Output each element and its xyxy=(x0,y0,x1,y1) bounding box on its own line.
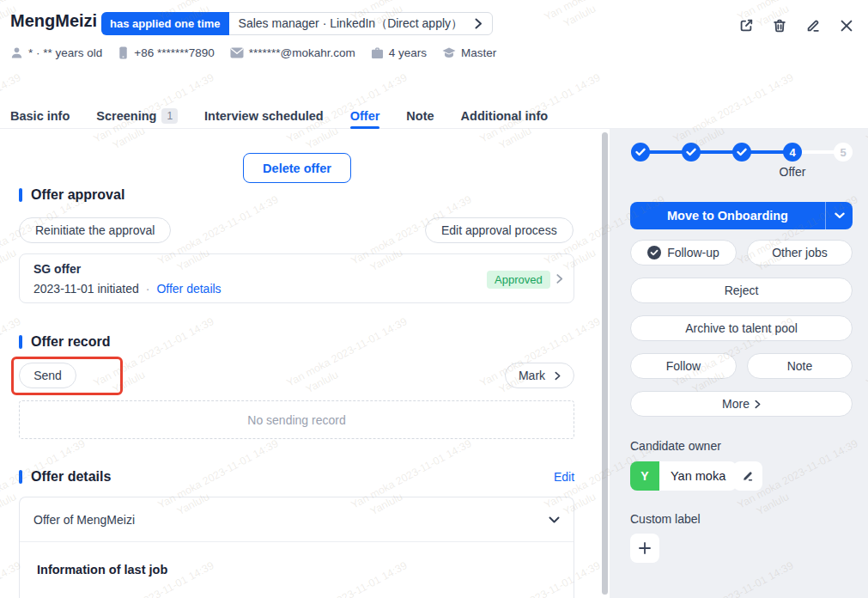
scrollbar[interactable] xyxy=(602,132,608,595)
candidate-detail-page: MengMeizi has applied one time Sales man… xyxy=(0,0,868,598)
check-circle-icon xyxy=(647,246,661,259)
experience-item: 4 years xyxy=(371,46,427,59)
offer-record-heading: Offer record xyxy=(19,334,110,350)
tab-screening[interactable]: Screening1 xyxy=(96,103,178,129)
move-to-onboarding-button[interactable]: Move to Onboarding xyxy=(630,202,853,229)
dot-separator: · xyxy=(146,282,150,296)
age-item: * · ** years old xyxy=(10,46,102,59)
header-actions xyxy=(738,18,854,34)
mark-button[interactable]: Mark xyxy=(505,363,574,388)
initiated-date: 2023-11-01 initiated xyxy=(33,282,139,296)
section-accent-bar xyxy=(19,470,22,484)
current-step-label: Offer xyxy=(767,165,818,179)
share-icon[interactable] xyxy=(738,18,754,34)
applied-count-badge: has applied one time xyxy=(101,12,229,35)
approved-status-badge: Approved xyxy=(487,271,550,289)
chevron-right-icon xyxy=(556,273,563,284)
email-item: *******@mokahr.com xyxy=(230,46,355,59)
check-icon xyxy=(635,148,646,156)
chevron-down-icon xyxy=(549,516,560,523)
header: MengMeizi has applied one time Sales man… xyxy=(0,0,868,129)
offer-tab-content: Delete offer Offer approval Reinitiate t… xyxy=(0,129,610,598)
step-3-done[interactable] xyxy=(732,143,751,162)
application-source-box[interactable]: has applied one time Sales manager · Lin… xyxy=(101,12,493,35)
chevron-right-icon xyxy=(555,371,561,381)
approval-card-meta: 2023-11-01 initiated · Offer details xyxy=(33,282,222,296)
archive-to-talent-pool-button[interactable]: Archive to talent pool xyxy=(630,315,853,341)
step-4-current[interactable]: 4 xyxy=(783,143,802,162)
add-label-button[interactable] xyxy=(630,534,659,563)
step-5-upcoming[interactable]: 5 xyxy=(834,143,853,162)
candidate-owner-label: Candidate owner xyxy=(630,439,721,453)
offer-details-heading: Offer details xyxy=(19,469,111,485)
close-icon[interactable] xyxy=(839,18,854,34)
last-job-section-title: Information of last job xyxy=(20,542,574,577)
phone-item: +86 *******7890 xyxy=(118,46,214,59)
offer-approval-card[interactable]: SG offer 2023-11-01 initiated · Offer de… xyxy=(19,253,574,303)
screening-count-badge: 1 xyxy=(161,108,178,124)
check-icon xyxy=(737,148,747,156)
application-source-text: Sales manager · LinkedIn（Direct apply） xyxy=(229,16,475,32)
step-2-done[interactable] xyxy=(682,143,701,162)
tab-bar: Basic info Screening1 Interview schedule… xyxy=(10,103,548,129)
candidate-owner-chip: Y Yan moka xyxy=(630,461,737,491)
follow-button[interactable]: Follow xyxy=(630,353,737,379)
approval-card-title: SG offer xyxy=(33,262,81,276)
owner-name: Yan moka xyxy=(659,461,737,491)
empty-state-text: No sending record xyxy=(247,413,345,427)
action-sidebar: 4 5 Offer Move to Onboarding Follow-up O… xyxy=(610,129,868,598)
section-accent-bar xyxy=(19,335,22,349)
chevron-right-icon xyxy=(475,18,483,29)
person-icon xyxy=(10,46,23,59)
custom-label-heading: Custom label xyxy=(630,512,701,526)
tab-interview-scheduled[interactable]: Interview scheduled xyxy=(204,103,324,129)
briefcase-icon xyxy=(371,47,384,59)
delete-icon[interactable] xyxy=(772,18,787,34)
edit-icon xyxy=(741,469,755,483)
reject-button[interactable]: Reject xyxy=(630,278,853,303)
tab-offer[interactable]: Offer xyxy=(350,103,380,129)
phone-icon xyxy=(118,46,129,59)
check-icon xyxy=(686,148,696,156)
offer-details-card: Offer of MengMeizi Information of last j… xyxy=(19,497,574,598)
chevron-right-icon xyxy=(755,400,761,409)
chevron-down-icon xyxy=(835,212,845,219)
tab-note[interactable]: Note xyxy=(406,103,434,129)
edit-approval-process-button[interactable]: Edit approval process xyxy=(425,217,574,243)
offer-approval-heading: Offer approval xyxy=(19,187,124,203)
tab-basic-info[interactable]: Basic info xyxy=(10,103,70,129)
send-button[interactable]: Send xyxy=(19,363,76,388)
step-1-done[interactable] xyxy=(631,143,650,162)
offer-details-link[interactable]: Offer details xyxy=(156,282,221,296)
more-button[interactable]: More xyxy=(630,391,853,417)
edit-offer-details-link[interactable]: Edit xyxy=(554,470,574,484)
section-accent-bar xyxy=(19,188,22,202)
no-sending-record-box: No sending record xyxy=(19,400,574,439)
candidate-name: MengMeizi xyxy=(10,11,97,31)
graduation-icon xyxy=(442,47,456,59)
plus-icon xyxy=(638,541,652,555)
education-item: Master xyxy=(442,46,496,59)
tab-additional-info[interactable]: Additional info xyxy=(461,103,548,129)
delete-offer-button[interactable]: Delete offer xyxy=(243,153,351,183)
note-button[interactable]: Note xyxy=(747,353,853,379)
edit-icon[interactable] xyxy=(805,18,821,34)
candidate-info-row: * · ** years old +86 *******7890 *******… xyxy=(10,46,496,59)
dropdown-caret[interactable] xyxy=(825,202,853,229)
owner-avatar: Y xyxy=(630,461,659,491)
other-jobs-button[interactable]: Other jobs xyxy=(747,240,853,265)
mail-icon xyxy=(230,47,244,58)
edit-owner-button[interactable] xyxy=(733,461,762,491)
offer-details-card-header[interactable]: Offer of MengMeizi xyxy=(20,497,574,542)
follow-up-button[interactable]: Follow-up xyxy=(630,240,737,265)
reinitiate-approval-button[interactable]: Reinitiate the approval xyxy=(19,217,171,243)
